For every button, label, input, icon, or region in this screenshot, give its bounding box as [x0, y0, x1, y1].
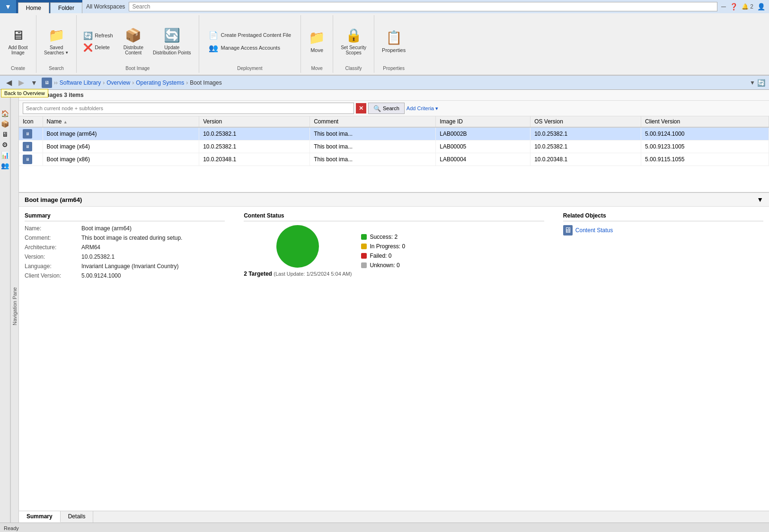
breadcrumb-overview[interactable]: Overview — [106, 79, 130, 86]
sidebar-icon-1[interactable]: 🏠 — [0, 109, 10, 118]
distribute-content-btn[interactable]: 📦 Distribute Content — [120, 20, 147, 63]
col-os-version[interactable]: OS Version — [530, 116, 641, 127]
dropdown-btn[interactable]: ▼ — [0, 0, 16, 13]
legend-item: Unknown: 0 — [361, 262, 405, 269]
col-client-version[interactable]: Client Version — [641, 116, 769, 127]
detail-field: Name:Boot image (arm64) — [25, 225, 225, 232]
cell-comment: This boot ima... — [310, 140, 436, 153]
col-comment[interactable]: Comment — [310, 116, 436, 127]
global-search-input[interactable] — [129, 2, 717, 11]
properties-btn[interactable]: 📋 Properties — [378, 20, 409, 63]
saved-searches-icon: 📁 — [48, 27, 65, 43]
left-sidebar-icons: 🏠 📦 🖥 ⚙ 📊 👥 — [0, 90, 10, 523]
breadcrumb-arrow-2: › — [132, 79, 134, 86]
ribbon-items-deployment: 📄 Create Prestaged Content File 👥 Manage… — [205, 17, 295, 66]
legend-item: Success: 2 — [361, 234, 405, 240]
nav-bar: ◀ ▶ ▼ 🖥 › › Software Library › Overview … — [0, 76, 769, 90]
col-version[interactable]: Version — [199, 116, 310, 127]
table-row[interactable]: 🖥 Boot image (arm64) 10.0.25382.1 This b… — [19, 127, 769, 140]
detail-field: Client Version:5.00.9124.1000 — [25, 272, 225, 279]
tab-details[interactable]: Details — [61, 511, 94, 523]
manage-access-btn[interactable]: 👥 Manage Access Accounts — [205, 43, 295, 53]
legend-color — [361, 234, 367, 240]
related-objects-section: Related Objects 🖥Content Status — [563, 212, 763, 505]
content-status-title: Content Status — [244, 212, 544, 221]
group-label-move: Move — [311, 66, 322, 71]
cell-image-id: LAB00004 — [436, 153, 530, 166]
legend-item: Failed: 0 — [361, 253, 405, 259]
col-name[interactable]: Name ▲ — [43, 116, 199, 127]
breadcrumb-operating-systems[interactable]: Operating Systems — [136, 79, 184, 86]
detail-field: Comment:This boot image is created durin… — [25, 235, 225, 241]
tab-folder[interactable]: Folder — [50, 2, 82, 13]
cell-version: 10.0.25382.1 — [199, 127, 310, 140]
ribbon-body: 🖥 Add Boot Image Create 📁 Saved Searches… — [0, 13, 769, 75]
search-execute-btn[interactable]: 🔍 Search — [368, 103, 405, 114]
cell-client-version: 5.00.9115.1055 — [641, 153, 769, 166]
table-row[interactable]: 🖥 Boot image (x64) 10.0.25382.1 This boo… — [19, 140, 769, 153]
col-icon[interactable]: Icon — [19, 116, 43, 127]
refresh-nav-btn[interactable]: 🔄 — [757, 79, 765, 87]
col-image-id[interactable]: Image ID — [436, 116, 530, 127]
workspace-area: All Workspaces ─ ❓ 🔔 2 👤 — [82, 0, 769, 13]
bottom-tabs: Summary Details — [19, 511, 769, 523]
cell-image-id: LAB00005 — [436, 140, 530, 153]
field-label: Name: — [25, 225, 81, 232]
related-link[interactable]: 🖥Content Status — [563, 225, 763, 235]
ribbon-group-classify: 🔒 Set Security Scopes Classify — [333, 15, 374, 73]
related-objects-title: Related Objects — [563, 212, 763, 221]
nav-dropdown-btn[interactable]: ▼ — [28, 78, 40, 88]
nav-app-icon: 🖥 — [42, 78, 52, 88]
table-header-row: Icon Name ▲ Version Comment Image ID OS … — [19, 116, 769, 127]
ribbon-small-btns: 🔄 Refresh ❌ Delete — [80, 30, 116, 53]
detail-field: Architecture:ARM64 — [25, 244, 225, 251]
sidebar-icon-3[interactable]: 🖥 — [0, 130, 10, 139]
add-boot-image-btn[interactable]: 🖥 Add Boot Image — [4, 20, 32, 63]
legend-item: In Progress: 0 — [361, 243, 405, 250]
help-icon[interactable]: ❓ — [730, 3, 738, 10]
table-row[interactable]: 🖥 Boot image (x86) 10.0.20348.1 This boo… — [19, 153, 769, 166]
add-criteria-btn[interactable]: Add Criteria ▾ — [407, 105, 438, 112]
group-label-properties: Properties — [383, 66, 405, 71]
sidebar-icon-2[interactable]: 📦 — [0, 119, 10, 129]
create-prestaged-btn[interactable]: 📄 Create Prestaged Content File — [205, 30, 295, 41]
content-status-section: Content Status 2 Targeted (Last Update: … — [244, 212, 544, 505]
update-dist-points-btn[interactable]: 🔄 Update Distribution Points — [149, 20, 195, 63]
sidebar-icon-5[interactable]: 📊 — [0, 150, 10, 160]
tab-home[interactable]: Home — [18, 2, 49, 13]
move-icon: 📁 — [309, 30, 325, 45]
content-search-input[interactable] — [23, 103, 354, 114]
ribbon-items-bootimage: 🔄 Refresh ❌ Delete 📦 Distribute Content … — [80, 17, 194, 66]
donut-circle — [276, 225, 319, 268]
ribbon-items-classify: 🔒 Set Security Scopes — [337, 17, 370, 66]
saved-searches-btn[interactable]: 📁 Saved Searches ▼ — [40, 20, 72, 63]
refresh-btn[interactable]: 🔄 Refresh — [80, 30, 116, 41]
related-icon: 🖥 — [563, 225, 573, 235]
cell-image-id: LAB0002B — [436, 127, 530, 140]
delete-btn[interactable]: ❌ Delete — [80, 42, 116, 53]
forward-btn[interactable]: ▶ — [16, 77, 27, 88]
summary-fields: Name:Boot image (arm64)Comment:This boot… — [25, 225, 225, 279]
tab-summary[interactable]: Summary — [19, 511, 61, 523]
group-label-search: Search — [49, 66, 64, 71]
breadcrumb-software-library[interactable]: Software Library — [60, 79, 101, 86]
user-icon[interactable]: 👤 — [757, 3, 765, 10]
breadcrumb-boot-images: Boot Images — [190, 79, 221, 86]
title-tabs: Home Folder — [16, 0, 82, 13]
nav-pane-label: Navigation Pane — [10, 90, 19, 523]
cell-comment: This boot ima... — [310, 127, 436, 140]
title-bar: ▼ Home Folder All Workspaces ─ ❓ 🔔 2 👤 — [0, 0, 769, 13]
move-btn[interactable]: 📁 Move — [305, 20, 329, 63]
ribbon-group-deployment: 📄 Create Prestaged Content File 👥 Manage… — [199, 15, 301, 73]
status-bar: Ready — [0, 523, 769, 532]
detail-collapse-icon[interactable]: ▼ — [757, 196, 763, 203]
sidebar-icon-4[interactable]: ⚙ — [0, 140, 10, 149]
back-btn[interactable]: ◀ — [4, 77, 14, 88]
search-clear-btn[interactable]: ✕ — [356, 103, 366, 113]
notification-icon[interactable]: 🔔 2 — [742, 3, 753, 10]
cell-icon: 🖥 — [19, 127, 43, 140]
cell-client-version: 5.00.9124.1000 — [641, 127, 769, 140]
breadcrumb-dropdown[interactable]: ▼ — [750, 79, 755, 86]
set-security-scopes-btn[interactable]: 🔒 Set Security Scopes — [337, 20, 370, 63]
sidebar-icon-6[interactable]: 👥 — [0, 161, 10, 170]
